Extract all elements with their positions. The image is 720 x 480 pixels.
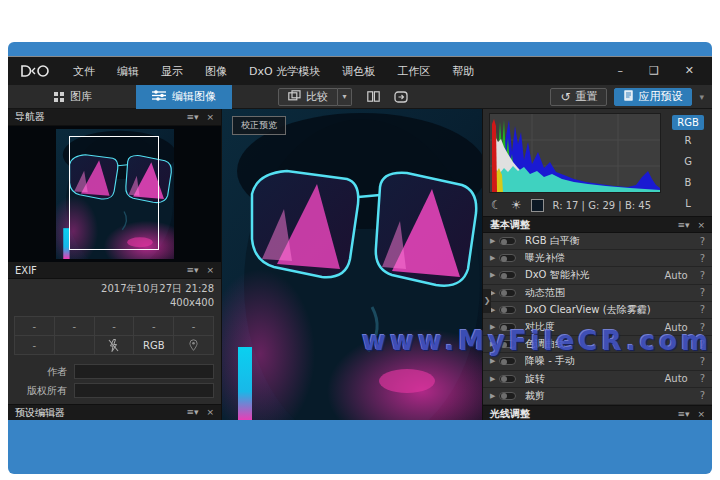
compare-dropdown[interactable]: ▾ (338, 88, 352, 106)
panel-menu-icon[interactable]: ≡▾ (186, 408, 198, 417)
grid-icon (54, 92, 64, 102)
light-adjustments-header: 光线调整 ≡▾ × (483, 405, 712, 420)
compare-button[interactable]: 比较 (278, 88, 338, 106)
apply-preset-button[interactable]: 应用预设 (614, 88, 692, 106)
tool-row-rotate[interactable]: ▶ 旋转 Auto ? (483, 371, 712, 388)
photo (222, 109, 482, 420)
help-icon[interactable]: ? (700, 236, 705, 247)
toggle-switch[interactable] (499, 357, 516, 365)
copyright-input[interactable] (74, 383, 214, 398)
left-panel: 导航器 ≡▾ × EXIF ≡▾ × (8, 109, 222, 420)
tool-row-crop[interactable]: ▶ 裁剪 ? (483, 388, 712, 405)
toggle-switch[interactable] (499, 289, 516, 297)
expand-icon[interactable]: ▶ (490, 375, 499, 383)
toggle-switch[interactable] (499, 375, 516, 383)
panel-close-icon[interactable]: × (206, 266, 214, 275)
panel-menu-icon[interactable]: ≡▾ (677, 409, 689, 419)
menu-edit[interactable]: 编辑 (106, 64, 150, 79)
highlight-clipping-sun-icon[interactable]: ☀ (511, 199, 522, 211)
help-icon[interactable]: ? (700, 390, 705, 401)
menu-file[interactable]: 文件 (62, 64, 106, 79)
expand-icon[interactable]: ▶ (490, 289, 499, 297)
histogram-channel-b[interactable]: B (685, 172, 692, 193)
tool-label: DxO 智能补光 (525, 268, 664, 282)
gps-pin-icon (173, 335, 214, 355)
tab-photolibrary-label: 图库 (70, 89, 92, 104)
histogram (489, 113, 661, 193)
panel-menu-icon[interactable]: ≡▾ (677, 220, 689, 230)
expand-icon[interactable]: ▶ (490, 392, 499, 400)
tool-row-rgb-white-balance[interactable]: ▶ RGB 白平衡 ? (483, 233, 712, 250)
panel-menu-icon[interactable]: ≡▾ (186, 113, 198, 122)
histogram-channel-l[interactable]: L (685, 193, 691, 214)
expand-icon[interactable]: ▶ (490, 237, 499, 245)
help-icon[interactable]: ? (700, 356, 705, 367)
panel-close-icon[interactable]: × (206, 113, 214, 122)
overlay-view-button[interactable] (390, 88, 412, 106)
exif-cell: - (173, 316, 214, 336)
side-by-side-view-button[interactable] (362, 88, 384, 106)
tab-photolibrary[interactable]: 图库 (38, 85, 108, 109)
exif-cell: - (14, 335, 55, 355)
histogram-channel-r[interactable]: R (685, 130, 692, 151)
toggle-switch[interactable] (499, 254, 516, 262)
menu-dxo-optics-modules[interactable]: DxO 光学模块 (238, 64, 331, 79)
navigator-body (8, 126, 221, 262)
help-icon[interactable]: ? (700, 287, 705, 298)
tool-row-clearview[interactable]: ▶ DxO ClearView (去除雾霾) ? (483, 302, 712, 319)
menu-view[interactable]: 显示 (150, 64, 194, 79)
toggle-switch[interactable] (499, 271, 516, 279)
expand-icon[interactable]: ▶ (490, 254, 499, 262)
minimize-icon[interactable]: – (617, 57, 623, 85)
tab-customize[interactable]: 编辑图像 (136, 85, 232, 109)
panel-menu-icon[interactable]: ≡▾ (186, 266, 198, 275)
exif-cell: - (94, 316, 135, 336)
exif-rgb-label: RGB (133, 335, 174, 355)
menu-palettes[interactable]: 调色板 (331, 64, 386, 79)
flash-off-icon (94, 335, 135, 355)
author-input[interactable] (74, 364, 214, 379)
panel-close-icon[interactable]: × (697, 220, 705, 230)
exif-cell: - (54, 316, 95, 336)
shadow-clipping-moon-icon[interactable]: ☾ (491, 199, 502, 211)
toggle-switch[interactable] (499, 306, 516, 314)
watermark: www.MyFileCR.com (362, 326, 712, 356)
reset-icon: ↺ (560, 91, 570, 103)
image-viewer[interactable]: 校正预览 (222, 109, 482, 420)
menu-workspace[interactable]: 工作区 (386, 64, 441, 79)
auto-label: Auto (664, 270, 687, 281)
menu-image[interactable]: 图像 (194, 64, 238, 79)
histogram-channel-rgb[interactable]: RGB (672, 115, 704, 130)
exif-date: 2017年10月27日 21:28 (15, 282, 214, 296)
tool-row-exposure-compensation[interactable]: ▶ 曝光补偿 ? (483, 250, 712, 267)
panel-collapse-chevron-icon[interactable]: ❯ (483, 289, 491, 313)
histogram-channel-g[interactable]: G (684, 151, 692, 172)
tool-row-dynamic-range[interactable]: ▶ 动态范围 ? (483, 285, 712, 302)
basic-adjustments-title: 基本调整 (490, 218, 530, 232)
panel-chevron-icon[interactable]: ▾ (699, 92, 704, 102)
compare-label: 比较 (306, 89, 328, 104)
expand-icon[interactable]: ▶ (490, 271, 499, 279)
help-icon[interactable]: ? (700, 253, 705, 264)
close-icon[interactable]: ✕ (685, 57, 694, 85)
navigator-viewport[interactable] (69, 136, 159, 250)
corrected-preview-badge: 校正预览 (232, 116, 286, 135)
expand-icon[interactable]: ▶ (490, 306, 499, 314)
menu-help[interactable]: 帮助 (441, 64, 485, 79)
author-label: 作者 (15, 365, 74, 379)
help-icon[interactable]: ? (700, 373, 705, 384)
tool-label: DxO ClearView (去除雾霾) (525, 303, 688, 317)
dxo-logo-icon (20, 64, 50, 78)
toggle-switch[interactable] (499, 237, 516, 245)
panel-close-icon[interactable]: × (206, 408, 214, 417)
expand-icon[interactable]: ▶ (490, 357, 499, 365)
light-adjustments-title: 光线调整 (490, 407, 530, 421)
help-icon[interactable]: ? (700, 270, 705, 281)
maximize-icon[interactable]: ❑ (649, 57, 659, 85)
toggle-switch[interactable] (499, 392, 516, 400)
reset-button[interactable]: ↺ 重置 (550, 88, 607, 106)
help-icon[interactable]: ? (700, 304, 705, 315)
panel-close-icon[interactable]: × (697, 409, 705, 419)
tool-row-smart-lighting[interactable]: ▶ DxO 智能补光 Auto ? (483, 267, 712, 284)
basic-adjustments-header: 基本调整 ≡▾ × (483, 216, 712, 233)
